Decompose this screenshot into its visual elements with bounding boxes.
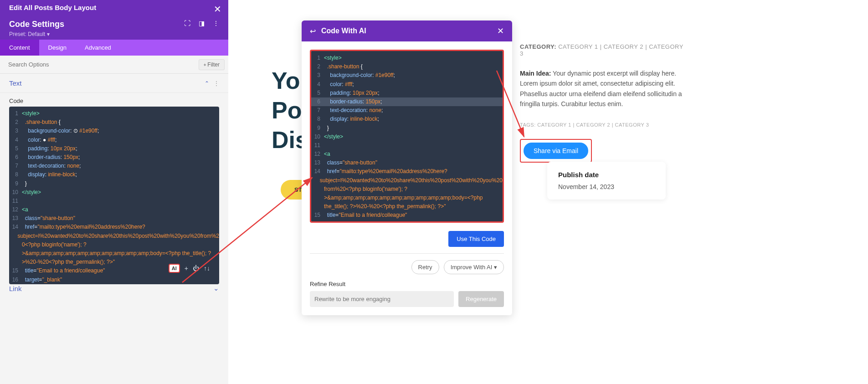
publish-card: Publish date November 14, 2023: [547, 162, 666, 200]
settings-title: Code Settings: [9, 20, 64, 29]
share-highlight: Share via Email: [520, 139, 592, 163]
panel-title: Edit All Posts Body Layout: [9, 4, 96, 11]
publish-date: November 14, 2023: [558, 183, 655, 190]
excerpt: Main Idea: Your dynamic post excerpt wil…: [520, 68, 684, 109]
menu-icon[interactable]: ⋮: [213, 20, 219, 27]
publish-label: Publish date: [558, 171, 655, 179]
tab-advanced[interactable]: Advanced: [76, 40, 120, 56]
preview-right-column: CATEGORY: CATEGORY 1 | CATEGORY 2 | CATE…: [520, 43, 684, 163]
improve-button[interactable]: Improve With AI ▾: [444, 260, 504, 274]
retry-button[interactable]: Retry: [411, 260, 439, 274]
text-section: Text ⌃ ⋮: [0, 74, 228, 93]
section-menu-icon[interactable]: ⋮: [214, 80, 219, 87]
code-label: Code: [0, 93, 228, 107]
ai-modal-title: Code With AI: [321, 27, 492, 35]
search-row: + Filter: [0, 56, 228, 74]
tabs: Content Design Advanced: [0, 40, 228, 56]
collapse-icon[interactable]: ⌃: [205, 80, 209, 87]
tab-content[interactable]: Content: [0, 40, 39, 56]
regenerate-button[interactable]: Regenerate: [458, 291, 504, 307]
columns-icon[interactable]: ◨: [199, 20, 205, 27]
category-line: CATEGORY: CATEGORY 1 | CATEGORY 2 | CATE…: [520, 43, 684, 57]
share-email-button[interactable]: Share via Email: [524, 143, 588, 159]
code-editor[interactable]: 1<style>2 .share-button {3 background-co…: [9, 107, 219, 284]
expand-icon[interactable]: ⛶: [184, 20, 190, 27]
tags-line: TAGS: CATEGORY 1 | CATEGORY 2 | CATEGORY…: [520, 122, 684, 128]
close-icon[interactable]: ✕: [497, 26, 504, 36]
use-code-button[interactable]: Use This Code: [448, 231, 504, 247]
section-title: Text: [9, 79, 22, 87]
back-icon[interactable]: ↩: [310, 27, 316, 36]
ai-modal: ↩ Code With AI ✕ 1<style>2 .share-button…: [302, 20, 512, 315]
ai-code-preview[interactable]: 1<style>2 .share-button {3 background-co…: [310, 50, 504, 223]
ai-button[interactable]: AI: [169, 264, 180, 273]
tab-design[interactable]: Design: [39, 40, 76, 56]
chevron-down-icon: ⌄: [213, 284, 219, 292]
refine-label: Refine Result: [302, 281, 512, 291]
settings-header: Code Settings Preset: Default ▾ ⛶ ◨ ⋮: [0, 15, 228, 40]
refine-input[interactable]: [310, 291, 454, 307]
sort-icon[interactable]: ↑↓: [204, 265, 210, 272]
close-icon[interactable]: ✕: [214, 4, 221, 15]
search-input[interactable]: [4, 58, 199, 71]
panel-header: Edit All Posts Body Layout: [0, 0, 228, 15]
settings-panel: Edit All Posts Body Layout ✕ Code Settin…: [0, 0, 228, 384]
plus-icon[interactable]: +: [185, 265, 188, 272]
filter-button[interactable]: + Filter: [199, 59, 225, 70]
ai-modal-header: ↩ Code With AI ✕: [302, 20, 512, 41]
preset-selector[interactable]: Preset: Default ▾: [9, 31, 64, 37]
power-icon[interactable]: ⏻: [193, 265, 199, 272]
